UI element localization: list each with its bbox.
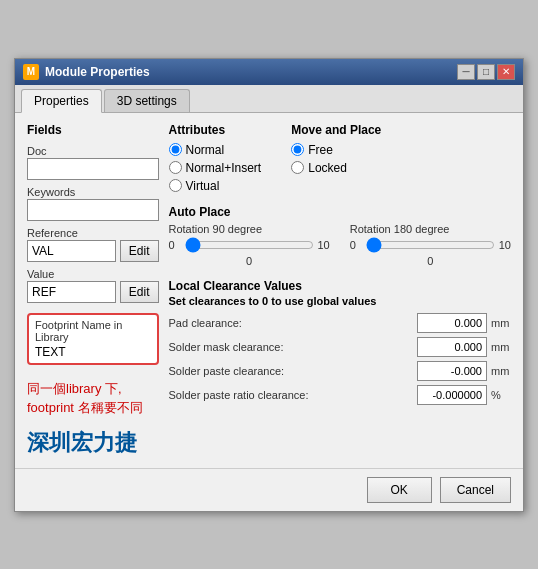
value-group: Value Edit bbox=[27, 268, 159, 303]
maximize-button[interactable]: □ bbox=[477, 64, 495, 80]
annotation-line2: footprint 名稱要不同 bbox=[27, 398, 159, 418]
annotation-text: 同一個library 下, footprint 名稱要不同 bbox=[27, 379, 159, 418]
footer: OK Cancel bbox=[15, 468, 523, 511]
solder-paste-ratio-row: Solder paste ratio clearance: % bbox=[169, 385, 512, 405]
normal-radio-item[interactable]: Normal bbox=[169, 143, 262, 157]
virtual-label: Virtual bbox=[186, 179, 220, 193]
rotation90-track: 0 10 bbox=[169, 237, 330, 253]
normal-label: Normal bbox=[186, 143, 225, 157]
slider90-max: 10 bbox=[318, 239, 330, 251]
module-properties-window: M Module Properties ─ □ ✕ Properties 3D … bbox=[14, 58, 524, 512]
locked-radio[interactable] bbox=[291, 161, 304, 174]
solder-mask-label: Solder mask clearance: bbox=[169, 341, 414, 353]
rotation90-group: Rotation 90 degree 0 10 0 bbox=[169, 223, 330, 267]
window-title: Module Properties bbox=[45, 65, 150, 79]
clearance-section-label: Local Clearance Values bbox=[169, 279, 512, 293]
doc-group: Doc bbox=[27, 145, 159, 180]
reference-label: Reference bbox=[27, 227, 159, 239]
value-row: Edit bbox=[27, 281, 159, 303]
virtual-radio-item[interactable]: Virtual bbox=[169, 179, 262, 193]
pad-clearance-unit: mm bbox=[491, 317, 511, 329]
doc-input[interactable] bbox=[27, 158, 159, 180]
value-label: Value bbox=[27, 268, 159, 280]
solder-paste-label: Solder paste clearance: bbox=[169, 365, 414, 377]
attributes-label: Attributes bbox=[169, 123, 262, 137]
free-label: Free bbox=[308, 143, 333, 157]
move-place-col: Move and Place Free Locked bbox=[291, 123, 381, 193]
move-place-radio-group: Free Locked bbox=[291, 143, 381, 175]
clearance-section: Local Clearance Values Set clearances to… bbox=[169, 279, 512, 409]
left-panel: Fields Doc Keywords Reference Edit Value bbox=[27, 123, 159, 458]
slider180-max: 10 bbox=[499, 239, 511, 251]
normal-insert-radio[interactable] bbox=[169, 161, 182, 174]
reference-input[interactable] bbox=[27, 240, 116, 262]
keywords-group: Keywords bbox=[27, 186, 159, 221]
rotation180-label: Rotation 180 degree bbox=[350, 223, 511, 235]
rotation90-value: 0 bbox=[169, 255, 330, 267]
right-panel: Attributes Normal Normal+Insert Virtu bbox=[169, 123, 512, 458]
fields-label: Fields bbox=[27, 123, 159, 137]
title-bar-buttons: ─ □ ✕ bbox=[457, 64, 515, 80]
footprint-label: Footprint Name in Library bbox=[35, 319, 151, 343]
attributes-section: Attributes Normal Normal+Insert Virtu bbox=[169, 123, 512, 193]
rotation90-label: Rotation 90 degree bbox=[169, 223, 330, 235]
reference-row: Edit bbox=[27, 240, 159, 262]
close-button[interactable]: ✕ bbox=[497, 64, 515, 80]
tab-bar: Properties 3D settings bbox=[15, 85, 523, 113]
footprint-box: Footprint Name in Library TEXT bbox=[27, 313, 159, 365]
rotation90-slider[interactable] bbox=[185, 237, 314, 253]
virtual-radio[interactable] bbox=[169, 179, 182, 192]
slider90-min: 0 bbox=[169, 239, 181, 251]
tab-properties[interactable]: Properties bbox=[21, 89, 102, 113]
shenzhen-text: 深圳宏力捷 bbox=[27, 428, 159, 458]
rotation180-value: 0 bbox=[350, 255, 511, 267]
title-bar: M Module Properties ─ □ ✕ bbox=[15, 59, 523, 85]
solder-mask-unit: mm bbox=[491, 341, 511, 353]
app-icon: M bbox=[23, 64, 39, 80]
main-content: Fields Doc Keywords Reference Edit Value bbox=[15, 113, 523, 468]
ok-button[interactable]: OK bbox=[367, 477, 432, 503]
reference-group: Reference Edit bbox=[27, 227, 159, 262]
rotation180-slider[interactable] bbox=[366, 237, 495, 253]
tab-3d-settings[interactable]: 3D settings bbox=[104, 89, 190, 112]
clearance-hint: Set clearances to 0 to use global values bbox=[169, 295, 512, 307]
solder-mask-row: Solder mask clearance: mm bbox=[169, 337, 512, 357]
attributes-radio-group: Normal Normal+Insert Virtual bbox=[169, 143, 262, 193]
move-place-label: Move and Place bbox=[291, 123, 381, 137]
solder-paste-ratio-unit: % bbox=[491, 389, 511, 401]
auto-place-label: Auto Place bbox=[169, 205, 512, 219]
solder-paste-ratio-input[interactable] bbox=[417, 385, 487, 405]
rotation180-track: 0 10 bbox=[350, 237, 511, 253]
rotation180-group: Rotation 180 degree 0 10 0 bbox=[350, 223, 511, 267]
free-radio[interactable] bbox=[291, 143, 304, 156]
pad-clearance-input[interactable] bbox=[417, 313, 487, 333]
normal-radio[interactable] bbox=[169, 143, 182, 156]
solder-mask-input[interactable] bbox=[417, 337, 487, 357]
annotation-line1: 同一個library 下, bbox=[27, 379, 159, 399]
solder-paste-input[interactable] bbox=[417, 361, 487, 381]
footprint-value: TEXT bbox=[35, 345, 151, 359]
solder-paste-unit: mm bbox=[491, 365, 511, 377]
normal-insert-radio-item[interactable]: Normal+Insert bbox=[169, 161, 262, 175]
minimize-button[interactable]: ─ bbox=[457, 64, 475, 80]
auto-place-section: Auto Place Rotation 90 degree 0 10 0 Rot… bbox=[169, 205, 512, 267]
pad-clearance-label: Pad clearance: bbox=[169, 317, 414, 329]
keywords-label: Keywords bbox=[27, 186, 159, 198]
locked-radio-item[interactable]: Locked bbox=[291, 161, 381, 175]
locked-label: Locked bbox=[308, 161, 347, 175]
normal-insert-label: Normal+Insert bbox=[186, 161, 262, 175]
sliders-row: Rotation 90 degree 0 10 0 Rotation 180 d… bbox=[169, 223, 512, 267]
solder-paste-ratio-label: Solder paste ratio clearance: bbox=[169, 389, 414, 401]
value-edit-button[interactable]: Edit bbox=[120, 281, 159, 303]
keywords-input[interactable] bbox=[27, 199, 159, 221]
cancel-button[interactable]: Cancel bbox=[440, 477, 511, 503]
title-bar-left: M Module Properties bbox=[23, 64, 150, 80]
slider180-min: 0 bbox=[350, 239, 362, 251]
doc-label: Doc bbox=[27, 145, 159, 157]
reference-edit-button[interactable]: Edit bbox=[120, 240, 159, 262]
free-radio-item[interactable]: Free bbox=[291, 143, 381, 157]
attributes-col: Attributes Normal Normal+Insert Virtu bbox=[169, 123, 262, 193]
solder-paste-row: Solder paste clearance: mm bbox=[169, 361, 512, 381]
pad-clearance-row: Pad clearance: mm bbox=[169, 313, 512, 333]
value-input[interactable] bbox=[27, 281, 116, 303]
